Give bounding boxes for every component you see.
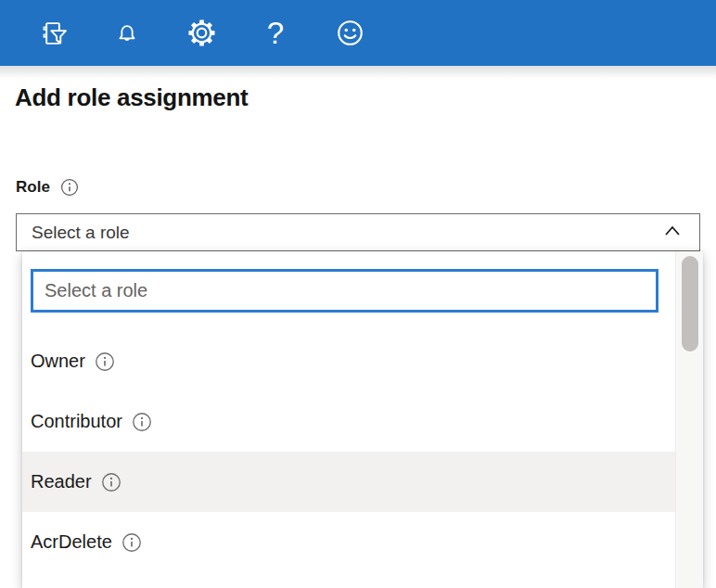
feedback-button[interactable] [329,13,370,54]
option-contributor[interactable]: Contributor [22,391,675,452]
option-label: Contributor [31,411,122,432]
role-select-value: Select a role [32,223,130,243]
role-search-input[interactable] [31,269,658,313]
option-label: AcrDelete [31,531,112,553]
dropdown-scrollbar-thumb[interactable] [682,256,698,352]
header-shadow [0,66,716,79]
role-options-list: Owner Contributor [22,331,675,572]
role-label: Role [16,178,50,197]
option-owner[interactable]: Owner [22,331,675,391]
bell-icon [113,19,141,47]
directory-filter-icon [38,19,68,48]
role-info-icon[interactable] [60,178,79,197]
page-title: Add role assignment [15,83,248,112]
settings-button[interactable] [181,13,222,54]
notifications-button[interactable] [107,13,147,54]
dropdown-scrollbar-track[interactable] [675,251,703,588]
option-label: Owner [31,351,85,372]
option-reader[interactable]: Reader [22,452,675,512]
option-acrdelete[interactable]: AcrDelete [22,512,675,572]
gear-icon [187,19,216,47]
role-select[interactable]: Select a role [16,213,700,251]
role-dropdown-panel: Owner Contributor [22,251,703,588]
owner-info-icon[interactable] [95,352,115,372]
question-mark-icon: ? [267,18,284,48]
add-role-assignment-screen: ? Add role assignment Role [0,0,716,588]
contributor-info-icon[interactable] [132,412,152,432]
chevron-up-icon [659,221,685,245]
reader-info-icon[interactable] [101,472,121,492]
directory-filter-button[interactable] [32,13,73,54]
option-label: Reader [31,471,92,492]
acrdelete-info-icon[interactable] [121,532,142,553]
help-button[interactable]: ? [255,13,296,54]
smiley-icon [335,18,365,48]
top-nav-bar: ? [0,0,716,66]
role-field-label-row: Role [16,178,79,197]
